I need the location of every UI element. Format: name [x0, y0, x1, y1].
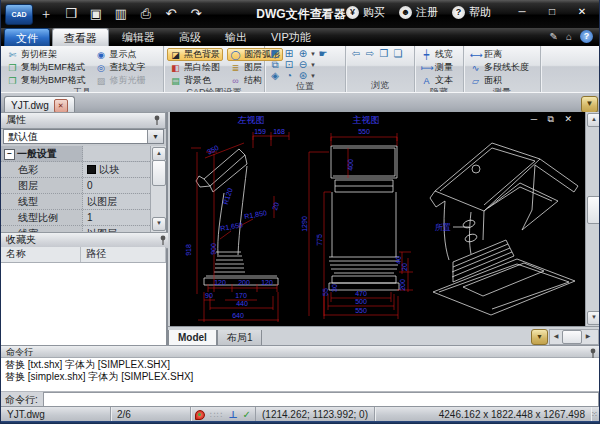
- ribbon-button-g1-c0-r1[interactable]: ◧黑白绘图: [167, 61, 223, 74]
- ribbon-icon-g2-r2-c2[interactable]: ⊛: [296, 70, 310, 81]
- ribbon-icon-g2-r0-c3[interactable]: ☛: [316, 48, 330, 59]
- help-icon[interactable]: ?: [580, 30, 593, 43]
- scrollbar-thumb[interactable]: [152, 160, 166, 186]
- ribbon-icon-g2-r0-c2[interactable]: ⊕: [296, 48, 310, 59]
- scrollbar-thumb[interactable]: [562, 330, 582, 344]
- menu-tab-编辑器[interactable]: 编辑器: [111, 28, 166, 46]
- home-icon[interactable]: ⌂: [566, 31, 572, 42]
- ribbon-button-g0-c0-r1[interactable]: ❐复制为EMF格式: [4, 61, 89, 74]
- mdi-window-controls[interactable]: ─ ⧉ ✕: [531, 114, 576, 125]
- ortho-icon[interactable]: ⊥: [228, 409, 237, 421]
- status-toggle-icons: ∷∷ ⊥ ✓: [191, 409, 255, 421]
- dimension-label: 120: [214, 279, 226, 286]
- ribbon-icon-g2-r1-c2[interactable]: ⊖: [296, 59, 310, 70]
- property-grid-scrollbar[interactable]: ▲ ▼: [150, 146, 166, 232]
- ribbon-button-g0-c1-r1[interactable]: ◎查找文字: [93, 61, 149, 74]
- favorites-list[interactable]: [1, 263, 166, 345]
- dimension-label: 30: [331, 284, 338, 292]
- property-row-3[interactable]: 线型比例1: [1, 210, 166, 226]
- menu-tab-查看器[interactable]: 查看器: [52, 28, 109, 47]
- command-input[interactable]: [43, 392, 599, 407]
- close-button[interactable]: ✕: [569, 4, 595, 19]
- menu-tab-高级[interactable]: 高级: [168, 28, 212, 46]
- layout-tab-strip: Model布局1 ▼ ◀ ▶: [168, 326, 600, 346]
- drawing-viewport[interactable]: 左视图主视图159168350R120R1,850R1,650918900201…: [170, 112, 586, 326]
- command-panel-title: 命令行: [6, 347, 33, 357]
- resize-grip[interactable]: ⁙: [591, 408, 600, 421]
- ribbon-button-label: 剪切框架: [21, 48, 57, 61]
- ribbon-button-g5-c0-r1[interactable]: ∿多段线长度: [467, 61, 532, 74]
- canvas-vertical-scrollbar[interactable]: ▲ ▼: [585, 112, 600, 326]
- scroll-left-icon[interactable]: ◀: [550, 330, 562, 344]
- ribbon-icon-g2-r1-c0[interactable]: ⧉: [268, 59, 282, 70]
- property-row-0[interactable]: 色彩以块: [1, 162, 166, 178]
- layout-chevron-icon[interactable]: ▼: [531, 329, 548, 345]
- edit-check-icon[interactable]: ✓: [243, 409, 251, 421]
- pin-icon[interactable]: [153, 115, 161, 129]
- menu-tab-VIP功能[interactable]: VIP功能: [260, 28, 322, 46]
- tab-list-chevron-icon[interactable]: ▼: [581, 96, 598, 113]
- menu-tab-文件[interactable]: 文件: [4, 28, 50, 47]
- scroll-up-icon[interactable]: ▲: [587, 113, 600, 127]
- favorites-column-1[interactable]: 路径: [81, 247, 166, 262]
- layout-tab-Model[interactable]: Model: [168, 330, 217, 346]
- ribbon-icon-g2-r2-c0[interactable]: ◈: [268, 70, 282, 81]
- dimension-label: 550: [358, 128, 370, 135]
- properties-panel-title: 属性: [6, 114, 26, 125]
- ribbon-icon-g3-r0-c3[interactable]: ❏: [391, 48, 405, 59]
- document-tab-label: YJT.dwg: [11, 100, 49, 111]
- preset-value: 默认值: [8, 131, 38, 142]
- ribbon-button-icon: ∞: [230, 76, 241, 86]
- ribbon-button-icon: ❐: [7, 76, 18, 86]
- ribbon-icon-g2-r0-c1[interactable]: ⊞: [282, 48, 296, 59]
- ribbon-button-g4-c0-r2[interactable]: A文本: [418, 74, 456, 87]
- ribbon-button-g4-c0-r0[interactable]: ┿线宽: [418, 48, 456, 61]
- pencil-icon[interactable]: ✎: [550, 31, 558, 42]
- scroll-right-icon[interactable]: ▶: [582, 330, 594, 344]
- help-button[interactable]: ?帮助: [452, 5, 491, 20]
- collapse-icon[interactable]: −: [4, 149, 15, 160]
- ribbon-button-label: 距离: [484, 48, 502, 61]
- preset-dropdown[interactable]: 默认值 ▼: [3, 129, 164, 144]
- ribbon-icon-g2-r1-c1[interactable]: ⊡: [282, 59, 296, 70]
- scroll-up-icon[interactable]: ▲: [152, 147, 166, 161]
- ribbon-button-g5-c0-r0[interactable]: ⟷距离: [467, 48, 532, 61]
- ribbon-button-g4-c0-r1[interactable]: ⟼测量: [418, 61, 456, 74]
- ribbon-button-g0-c0-r0[interactable]: ✄剪切框架: [4, 48, 89, 61]
- snap-marker-icon[interactable]: [195, 410, 205, 420]
- ribbon-button-g5-c0-r2[interactable]: ▱面积: [467, 74, 532, 87]
- scroll-down-icon[interactable]: ▼: [587, 311, 600, 325]
- chevron-down-icon[interactable]: ▼: [310, 73, 316, 79]
- ribbon-button-g0-c1-r0[interactable]: ◉显示点: [93, 48, 149, 61]
- ribbon-button-g1-c0-r0[interactable]: ◪黑色背景: [167, 48, 223, 61]
- property-row-1[interactable]: 图层0: [1, 178, 166, 194]
- scroll-down-icon[interactable]: ▼: [152, 217, 166, 231]
- dimension-label: 159: [254, 128, 266, 135]
- layout-tab-布局1[interactable]: 布局1: [217, 330, 263, 346]
- ribbon-icon-g3-r0-c0[interactable]: ⇦: [349, 48, 363, 59]
- ribbon-icon-g3-r0-c1[interactable]: ⇨: [363, 48, 377, 59]
- favorites-column-0[interactable]: 名称: [1, 247, 81, 262]
- ribbon-button-g1-c0-r2[interactable]: ▤背景色: [167, 74, 223, 87]
- minimize-button[interactable]: ─: [509, 4, 535, 19]
- maximize-button[interactable]: □: [539, 4, 565, 19]
- tab-close-icon[interactable]: ✕: [54, 99, 68, 113]
- chevron-down-icon[interactable]: ▼: [147, 130, 163, 143]
- canvas-horizontal-scrollbar[interactable]: ◀ ▶: [549, 329, 599, 345]
- property-label: 线型: [1, 194, 83, 209]
- command-history[interactable]: 替换 [txt.shx] 字体为 [SIMPLEX.SHX]替换 [simple…: [1, 358, 600, 391]
- ribbon: ✄剪切框架❐复制为EMF格式❐复制为BMP格式◉显示点◎查找文字▨修剪光栅工具◪…: [1, 46, 600, 93]
- document-tab-bar: YJT.dwg ✕ ▼: [1, 92, 600, 113]
- property-group-row[interactable]: −一般设置: [1, 146, 166, 162]
- menu-tab-输出[interactable]: 输出: [214, 28, 258, 46]
- ribbon-icon-g3-r0-c2[interactable]: ❒: [377, 48, 391, 59]
- ribbon-icon-g2-r2-c1[interactable]: ◔: [282, 70, 296, 81]
- property-row-2[interactable]: 线型以图层: [1, 194, 166, 210]
- register-button[interactable]: ☻注册: [399, 5, 438, 20]
- scrollbar-thumb[interactable]: [587, 196, 600, 224]
- ribbon-button-g0-c0-r2[interactable]: ❐复制为BMP格式: [4, 74, 89, 87]
- chevron-down-icon[interactable]: ▼: [310, 62, 316, 68]
- ribbon-icon-g2-r0-c0[interactable]: ◩: [268, 48, 282, 59]
- grid-icon[interactable]: ∷∷: [210, 409, 223, 421]
- buy-button[interactable]: ¥购买: [346, 5, 385, 20]
